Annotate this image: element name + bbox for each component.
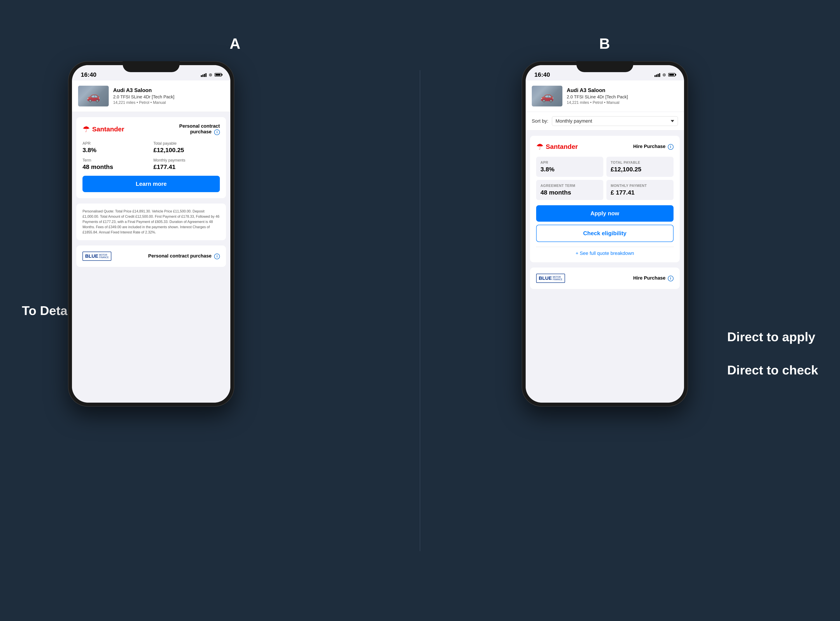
blue-motor-type-b: Hire Purchase i bbox=[633, 275, 673, 281]
chevron-down-icon bbox=[671, 120, 674, 122]
car-image-inner-a bbox=[78, 86, 109, 106]
car-image-b bbox=[532, 86, 562, 106]
agreement-term-cell-value-b: 48 months bbox=[541, 189, 599, 196]
agreement-term-cell-label-b: AGREEMENT TERM bbox=[541, 184, 599, 188]
finance-card-b-santander: ☂ Santander Hire Purchase i APR 3 bbox=[530, 136, 680, 262]
card-header-b-santander: ☂ Santander Hire Purchase i bbox=[536, 142, 673, 151]
status-icons-b: ⊛ bbox=[655, 72, 675, 77]
car-name-b: Audi A3 Saloon bbox=[567, 87, 678, 94]
scroll-content-b: ☂ Santander Hire Purchase i APR 3 bbox=[526, 130, 684, 403]
main-container: A B To Details page Direct to apply Dire… bbox=[0, 0, 840, 621]
term-value-a: 48 months bbox=[82, 164, 149, 171]
info-icon-a[interactable]: i bbox=[214, 129, 220, 135]
card-type-a: Personal contract purchase i bbox=[179, 123, 220, 135]
signal-bar-2 bbox=[202, 74, 204, 77]
phone-b-notch bbox=[576, 61, 633, 72]
car-image-inner-b bbox=[532, 86, 562, 106]
phone-b-screen: 16:40 ⊛ bbox=[526, 65, 684, 403]
total-payable-cell-b: TOTAL PAYABLE £12,100.25 bbox=[606, 157, 673, 177]
blue-motor-card-b: BLUE MOTOR FINANCE Hire Purchase i bbox=[530, 268, 680, 289]
battery-fill-a bbox=[216, 74, 220, 76]
santander-name-b: Santander bbox=[546, 143, 578, 150]
col-label-a: A bbox=[230, 35, 241, 52]
battery-icon-a bbox=[214, 73, 222, 77]
total-payable-item-a: Total payable £12,100.25 bbox=[153, 141, 220, 154]
finance-grid-b: APR 3.8% TOTAL PAYABLE £12,100.25 AGREEM… bbox=[536, 157, 673, 200]
term-item-a: Term 48 months bbox=[82, 158, 149, 171]
see-full-quote-link[interactable]: + See full quote breakdown bbox=[536, 250, 673, 256]
santander-flame-icon: ☂ bbox=[82, 124, 90, 134]
signal-bar-1 bbox=[201, 75, 202, 77]
phone-a-notch bbox=[123, 61, 179, 72]
info-icon-b[interactable]: i bbox=[668, 144, 673, 150]
phone-a-frame: 16:40 ⊛ bbox=[68, 61, 234, 407]
car-info-b: Audi A3 Saloon 2.0 TFSI SLine 4Dr [Tech … bbox=[567, 87, 678, 105]
car-details-a: 14,221 miles • Petrol • Manual bbox=[113, 100, 224, 105]
info-icon-blue-b[interactable]: i bbox=[668, 276, 673, 281]
signal-bar-4 bbox=[205, 73, 207, 77]
blue-motor-blue-text: BLUE bbox=[85, 253, 98, 259]
signal-icon-b bbox=[655, 73, 660, 77]
santander-flame-icon-b: ☂ bbox=[536, 142, 544, 151]
wifi-icon-a: ⊛ bbox=[209, 72, 213, 77]
battery-icon-b bbox=[668, 73, 675, 77]
card-type-title-a: Personal contract purchase i bbox=[179, 123, 220, 135]
info-icon-blue-a[interactable]: i bbox=[214, 254, 220, 259]
signal-icon-a bbox=[201, 73, 207, 77]
card-header-a-santander: ☂ Santander Personal contract purchase i bbox=[82, 123, 220, 135]
total-payable-cell-value-b: £12,100.25 bbox=[611, 166, 669, 173]
car-name-a: Audi A3 Saloon bbox=[113, 87, 224, 94]
phone-b-wrapper: 16:40 ⊛ bbox=[522, 61, 688, 407]
apply-now-button[interactable]: Apply now bbox=[536, 205, 673, 222]
status-time-a: 16:40 bbox=[81, 71, 96, 78]
apr-cell-label-b: APR bbox=[541, 161, 599, 165]
blue-motor-logo-b: BLUE MOTOR FINANCE bbox=[536, 274, 565, 283]
blue-motor-logo-a: BLUE MOTOR FINANCE bbox=[82, 251, 111, 261]
col-label-b: B bbox=[599, 35, 610, 52]
sort-bar-b: Sort by: Monthly payment bbox=[526, 112, 684, 130]
agreement-term-cell-b: AGREEMENT TERM 48 months bbox=[536, 180, 603, 200]
phone-a-screen: 16:40 ⊛ bbox=[72, 65, 230, 403]
disclaimer-text-a: Personalised Quote: Total Price £14,891.… bbox=[82, 209, 220, 235]
phone-b-frame: 16:40 ⊛ bbox=[522, 61, 688, 407]
status-icons-a: ⊛ bbox=[201, 72, 222, 77]
direct-check-label: Direct to check bbox=[727, 360, 818, 380]
monthly-value-a: £177.41 bbox=[153, 164, 220, 171]
apr-cell-value-b: 3.8% bbox=[541, 166, 599, 173]
car-header-a: Audi A3 Saloon 2.0 TFSI SLine 4Dr [Tech … bbox=[72, 80, 230, 112]
apr-item-a: APR 3.8% bbox=[82, 141, 149, 154]
side-label-right: Direct to apply Direct to check bbox=[727, 327, 818, 380]
monthly-item-a: Monthly payments £177.41 bbox=[153, 158, 220, 171]
total-payable-value-a: £12,100.25 bbox=[153, 147, 220, 154]
monthly-payment-cell-label-b: MONTHLY PAYMENT bbox=[611, 184, 669, 188]
status-time-b: 16:40 bbox=[535, 71, 550, 78]
apr-label-a: APR bbox=[82, 141, 149, 146]
santander-logo-a: ☂ Santander bbox=[82, 124, 124, 134]
apr-cell-b: APR 3.8% bbox=[536, 157, 603, 177]
car-spec-b: 2.0 TFSI SLine 4Dr [Tech Pack] bbox=[567, 94, 678, 100]
finance-card-a-santander: ☂ Santander Personal contract purchase i bbox=[76, 117, 226, 198]
check-eligibility-button[interactable]: Check eligibility bbox=[536, 225, 673, 242]
blue-motor-type-a: Personal contract purchase i bbox=[148, 253, 220, 259]
phone-a-wrapper: 16:40 ⊛ bbox=[68, 61, 234, 407]
apr-value-a: 3.8% bbox=[82, 147, 149, 154]
monthly-payment-cell-b: MONTHLY PAYMENT £ 177.41 bbox=[606, 180, 673, 200]
sort-dropdown-b[interactable]: Monthly payment bbox=[552, 116, 678, 126]
santander-name-a: Santander bbox=[92, 126, 124, 133]
signal-bar-3 bbox=[204, 74, 205, 77]
total-payable-label-a: Total payable bbox=[153, 141, 220, 146]
sort-selected-b: Monthly payment bbox=[556, 118, 668, 124]
total-payable-cell-label-b: TOTAL PAYABLE bbox=[611, 161, 669, 165]
finance-grid-a: APR 3.8% Total payable £12,100.25 Term 4… bbox=[82, 141, 220, 171]
learn-more-button[interactable]: Learn more bbox=[82, 176, 220, 192]
car-image-a bbox=[78, 86, 109, 106]
car-details-b: 14,221 miles • Petrol • Manual bbox=[567, 100, 678, 105]
blue-motor-blue-text-b: BLUE bbox=[539, 276, 552, 281]
wifi-icon-b: ⊛ bbox=[662, 72, 666, 77]
center-divider bbox=[420, 70, 421, 551]
santander-logo-b: ☂ Santander bbox=[536, 142, 578, 151]
car-info-a: Audi A3 Saloon 2.0 TFSI SLine 4Dr [Tech … bbox=[113, 87, 224, 105]
monthly-payment-cell-value-b: £ 177.41 bbox=[611, 189, 669, 196]
blue-motor-card-a: BLUE MOTOR FINANCE Personal contract pur… bbox=[76, 245, 226, 267]
car-header-b: Audi A3 Saloon 2.0 TFSI SLine 4Dr [Tech … bbox=[526, 80, 684, 112]
